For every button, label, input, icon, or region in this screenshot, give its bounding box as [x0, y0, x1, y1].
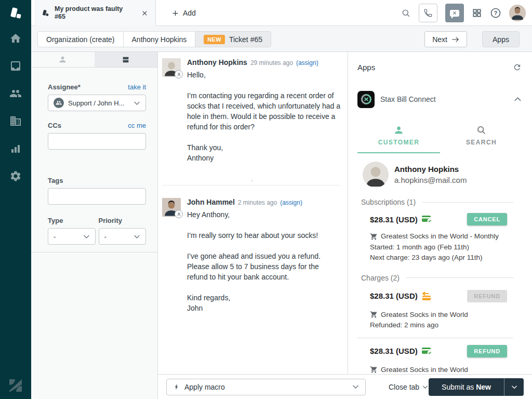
message-customer: Anthony Hopkins 29 minutes ago (assign) …	[162, 58, 340, 174]
card-refunded-icon	[421, 291, 432, 301]
refresh-icon[interactable]	[513, 63, 522, 72]
submit-options-button[interactable]	[504, 378, 524, 396]
priority-label: Priority	[99, 217, 147, 224]
submit-as-new-button[interactable]: Submit as New	[429, 378, 504, 396]
tags-input[interactable]	[48, 188, 146, 205]
apps-panel-title: Apps	[357, 63, 375, 72]
phone-icon	[423, 8, 433, 18]
add-tab-button[interactable]: Add	[165, 0, 202, 26]
customer-person-icon	[393, 125, 404, 136]
take-it-link[interactable]: take it	[128, 83, 146, 91]
tab-requester-info[interactable]	[31, 52, 95, 67]
chat-icon	[450, 10, 459, 17]
reporting-barchart-icon	[9, 142, 22, 155]
cc-me-link[interactable]: cc me	[128, 122, 146, 129]
assignee-select[interactable]: Support / John H...	[48, 95, 146, 111]
assignee-value: Support / John H...	[68, 99, 129, 107]
ticket-tab[interactable]: My product was faulty #65	[35, 0, 156, 26]
next-button[interactable]: Next	[424, 31, 467, 47]
submit-label: Submit as	[442, 383, 474, 391]
stax-bill-app-icon	[357, 91, 375, 108]
tab-customer[interactable]: CUSTOMER	[357, 125, 440, 153]
type-label: Type	[48, 217, 96, 224]
apps-toggle-label: Apps	[493, 35, 509, 44]
priority-select[interactable]: -	[99, 228, 147, 245]
tab-customer-label: CUSTOMER	[378, 139, 420, 146]
next-label: Next	[432, 35, 447, 44]
ticket-fields-icon	[122, 56, 130, 64]
message-paragraph: Hello,	[187, 70, 340, 80]
chevron-up-icon[interactable]	[514, 97, 522, 102]
submit-split-button: Submit as New	[429, 378, 524, 396]
organizations-building-icon	[9, 115, 22, 127]
tab-subtitle: #65	[55, 13, 139, 21]
apply-macro-select[interactable]: Apply macro	[166, 379, 366, 395]
assign-link[interactable]: (assign)	[296, 59, 318, 66]
ccs-input[interactable]	[48, 133, 146, 150]
customer-name: Anthony Hopkins	[394, 164, 467, 175]
message-author: John Hammel	[187, 198, 235, 206]
breadcrumb-requester-label: Anthony Hopkins	[132, 35, 187, 44]
close-tab-icon[interactable]	[139, 8, 150, 19]
ticket-fields-panel: Assignee* take it Support / John H... CC…	[31, 52, 158, 399]
ticket-footer: Apply macro Close tab Submit as New	[158, 374, 532, 399]
talk-phone-button[interactable]	[419, 4, 437, 22]
apps-toggle-button[interactable]: Apps	[482, 31, 520, 47]
subscription-amount: $28.31 (USD)	[370, 215, 418, 224]
user-avatar[interactable]	[509, 5, 526, 21]
charge-divider	[357, 338, 513, 338]
subscription-next-charge: Next charge: 23 days ago (Apr 11th)	[370, 252, 483, 263]
sidebar-item-admin[interactable]	[9, 170, 22, 182]
priority-value: -	[104, 233, 130, 241]
app-header-stax-bill[interactable]: Stax Bill Connect	[348, 87, 532, 111]
type-select[interactable]: -	[48, 228, 96, 245]
message-paragraph: I’ve gone ahead and issued you a refund.…	[187, 251, 340, 282]
person-icon	[58, 55, 67, 64]
sidebar-item-organizations[interactable]	[9, 115, 22, 127]
help-icon[interactable]: ?	[490, 7, 501, 19]
message-paragraph: I’m really sorry to hear about your sock…	[187, 230, 340, 241]
apps-panel: Apps Stax Bill Connect CUSTOMER SEARCH	[348, 52, 532, 374]
subscriptions-header: Subscriptions (1)	[361, 198, 416, 206]
message-body: Hello, I’m contacting you regarding a re…	[187, 70, 340, 163]
admin-gear-icon	[9, 170, 22, 182]
cancel-subscription-button[interactable]: CANCEL	[467, 213, 507, 225]
ticket-product-icon	[41, 9, 50, 18]
tab-search[interactable]: SEARCH	[440, 125, 523, 153]
zendesk-logo-icon	[8, 6, 23, 21]
close-tab-select[interactable]: Close tab	[389, 383, 428, 391]
sidebar-item-views[interactable]	[9, 60, 22, 72]
agent-badge-icon	[175, 210, 183, 218]
products-grid-icon[interactable]	[472, 8, 482, 18]
zendesk-footer-logo	[8, 378, 23, 393]
app-name: Stax Bill Connect	[380, 95, 514, 103]
charges-header: Charges (2)	[361, 274, 400, 282]
breadcrumb-organization[interactable]: Organization (create)	[37, 31, 124, 47]
chevron-down-icon	[134, 234, 140, 239]
customer-email: a.hopkins@mail.com	[394, 175, 467, 185]
search-icon[interactable]	[401, 8, 411, 18]
breadcrumb-ticket-label: Ticket #65	[229, 35, 262, 44]
refund-button[interactable]: REFUND	[467, 345, 507, 357]
breadcrumb-requester[interactable]: Anthony Hopkins	[123, 31, 196, 47]
message-author: Anthony Hopkins	[187, 58, 247, 66]
sidebar-item-customers[interactable]	[9, 87, 22, 100]
sidebar-item-home[interactable]	[9, 32, 22, 45]
message-time: 29 minutes ago	[250, 59, 293, 66]
subscription-product: Greatest Socks in the World - Monthly	[381, 231, 499, 242]
chat-button[interactable]	[445, 4, 464, 22]
sidebar-item-reporting[interactable]	[9, 142, 22, 155]
close-tab-label: Close tab	[389, 383, 419, 391]
tab-title-block: My product was faulty #65	[55, 5, 139, 21]
cart-icon	[370, 366, 378, 374]
tab-ticket-fields[interactable]	[95, 52, 158, 67]
plus-icon	[171, 9, 179, 17]
breadcrumb-ticket[interactable]: NEW Ticket #65	[195, 31, 271, 47]
message-divider	[162, 185, 340, 185]
chevron-down-icon	[83, 234, 90, 239]
views-inbox-icon	[9, 60, 22, 72]
status-badge: NEW	[204, 35, 225, 44]
assign-link[interactable]: (assign)	[280, 199, 302, 206]
customers-people-icon	[9, 87, 22, 100]
section-rule	[406, 277, 513, 278]
